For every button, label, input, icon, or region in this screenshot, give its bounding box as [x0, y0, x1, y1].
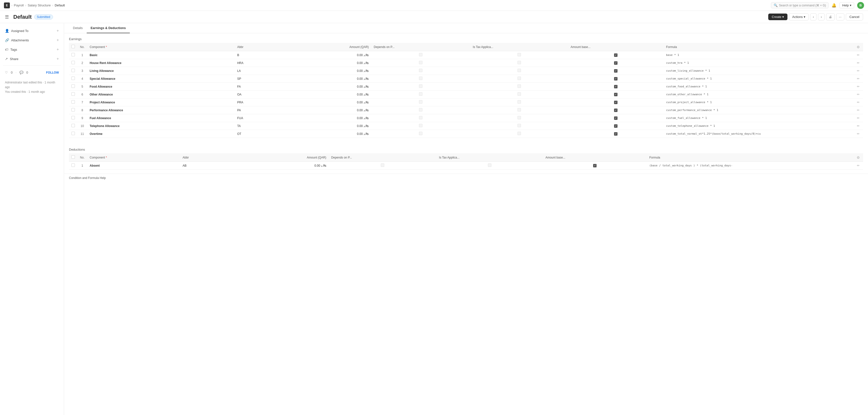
earnings-row-component-3: Special Allowance: [87, 75, 235, 83]
earnings-row-edit-8[interactable]: ✏: [853, 114, 863, 122]
deductions-abbr-header: Abbr: [180, 153, 227, 162]
like-icon[interactable]: ♡: [5, 71, 8, 74]
earnings-row-tax-5[interactable]: [470, 91, 568, 98]
print-button[interactable]: 🖨: [826, 13, 835, 21]
earnings-row-tax-8[interactable]: [470, 114, 568, 122]
earnings-row-amount-base-5[interactable]: [568, 91, 664, 98]
earnings-row-edit-0[interactable]: ✏: [853, 51, 863, 59]
earnings-row-edit-1[interactable]: ✏: [853, 59, 863, 67]
assigned-to-add-icon[interactable]: +: [57, 29, 59, 33]
earnings-row-amount-base-2[interactable]: [568, 67, 664, 75]
tab-earnings-deductions[interactable]: Earnings & Deductions: [87, 23, 130, 33]
earnings-row-amount-base-0[interactable]: [568, 51, 664, 59]
deductions-row-depends-0[interactable]: [329, 162, 437, 169]
earnings-row-tax-7[interactable]: [470, 106, 568, 114]
earnings-row-depends-3[interactable]: [371, 75, 470, 83]
earnings-row-checkbox-1[interactable]: [69, 59, 78, 67]
actions-button[interactable]: Actions ▾: [789, 13, 809, 21]
sidebar-item-tags[interactable]: 🏷 Tags +: [3, 46, 61, 53]
earnings-row-amount-base-9[interactable]: [568, 122, 664, 130]
search-icon: 🔍: [774, 3, 778, 7]
next-button[interactable]: ›: [818, 13, 825, 21]
earnings-row-amount-base-8[interactable]: [568, 114, 664, 122]
help-button[interactable]: Help ▾: [839, 2, 854, 8]
earnings-row-checkbox-2[interactable]: [69, 67, 78, 75]
earnings-row-edit-3[interactable]: ✏: [853, 75, 863, 83]
earnings-gear-header[interactable]: ⚙: [853, 43, 863, 51]
breadcrumb-current: Default: [55, 3, 65, 7]
earnings-row-edit-4[interactable]: ✏: [853, 83, 863, 91]
earnings-row-checkbox-9[interactable]: [69, 122, 78, 130]
earnings-row-amount-base-4[interactable]: [568, 83, 664, 91]
sidebar-toggle-icon[interactable]: ☰: [5, 14, 9, 20]
earnings-row-checkbox-4[interactable]: [69, 83, 78, 91]
prev-button[interactable]: ‹: [810, 13, 816, 21]
earnings-row-amount-base-1[interactable]: [568, 59, 664, 67]
earnings-row-amount-base-6[interactable]: [568, 98, 664, 106]
attachments-add-icon[interactable]: +: [57, 38, 59, 42]
breadcrumb-salary-structure[interactable]: Salary Structure: [28, 3, 51, 7]
earnings-row-tax-9[interactable]: [470, 122, 568, 130]
earnings-row-amount-base-3[interactable]: [568, 75, 664, 83]
earnings-row-depends-7[interactable]: [371, 106, 470, 114]
earnings-row-checkbox-10[interactable]: [69, 130, 78, 138]
notification-button[interactable]: 🔔: [832, 3, 836, 8]
earnings-row-depends-10[interactable]: [371, 130, 470, 138]
tags-add-icon[interactable]: +: [57, 47, 59, 52]
deductions-row-edit-0[interactable]: ✏: [853, 162, 863, 169]
earnings-row-tax-3[interactable]: [470, 75, 568, 83]
earnings-row-depends-6[interactable]: [371, 98, 470, 106]
earnings-row-component-8: Fuel Allowance: [87, 114, 235, 122]
earnings-row-checkbox-7[interactable]: [69, 106, 78, 114]
sidebar-divider: [3, 65, 61, 66]
sidebar-item-assigned-to[interactable]: 👤 Assigned To +: [3, 27, 61, 34]
earnings-row-checkbox-5[interactable]: [69, 91, 78, 98]
share-add-icon[interactable]: +: [57, 57, 59, 61]
condition-formula-help[interactable]: Condition and Formula Help: [64, 173, 868, 182]
follow-button[interactable]: FOLLOW: [46, 71, 59, 74]
earnings-row-edit-10[interactable]: ✏: [853, 130, 863, 138]
more-button[interactable]: ···: [836, 13, 844, 21]
tab-details[interactable]: Details: [69, 23, 87, 33]
earnings-row-edit-2[interactable]: ✏: [853, 67, 863, 75]
search-box[interactable]: 🔍 Search or type a command (⌘ + G): [771, 2, 829, 8]
earnings-row-edit-5[interactable]: ✏: [853, 91, 863, 98]
earnings-row-depends-4[interactable]: [371, 83, 470, 91]
earnings-row-depends-0[interactable]: [371, 51, 470, 59]
create-button[interactable]: Create ▾: [768, 13, 787, 20]
sidebar-item-share[interactable]: ↗ Share +: [3, 55, 61, 63]
earnings-row-amount-base-7[interactable]: [568, 106, 664, 114]
earnings-row-amount-base-10[interactable]: [568, 130, 664, 138]
earnings-row-checkbox-0[interactable]: [69, 51, 78, 59]
earnings-row-abbr-8: FUA: [235, 114, 278, 122]
deductions-row-checkbox-0[interactable]: [69, 162, 78, 169]
earnings-row-edit-9[interactable]: ✏: [853, 122, 863, 130]
breadcrumb-payroll[interactable]: Payroll: [14, 3, 24, 7]
search-placeholder: Search or type a command (⌘ + G): [779, 4, 826, 7]
earnings-row-depends-2[interactable]: [371, 67, 470, 75]
earnings-row-edit-7[interactable]: ✏: [853, 106, 863, 114]
deductions-row-tax-0[interactable]: [436, 162, 543, 169]
earnings-row-depends-9[interactable]: [371, 122, 470, 130]
breadcrumb: E › Payroll › Salary Structure › Default: [4, 2, 65, 8]
earnings-row-tax-4[interactable]: [470, 83, 568, 91]
earnings-row-depends-8[interactable]: [371, 114, 470, 122]
app-icon: E: [4, 2, 10, 8]
earnings-row-tax-10[interactable]: [470, 130, 568, 138]
earnings-row-checkbox-8[interactable]: [69, 114, 78, 122]
deductions-row-no-0: 1: [78, 162, 87, 169]
earnings-row-edit-6[interactable]: ✏: [853, 98, 863, 106]
earnings-row-checkbox-6[interactable]: [69, 98, 78, 106]
earnings-row-tax-1[interactable]: [470, 59, 568, 67]
sidebar-item-attachments[interactable]: 🔗 Attachments +: [3, 36, 61, 44]
deductions-row-amount-base-0[interactable]: [543, 162, 647, 169]
earnings-row-tax-2[interactable]: [470, 67, 568, 75]
deductions-gear-header[interactable]: ⚙: [853, 153, 863, 162]
earnings-row-tax-6[interactable]: [470, 98, 568, 106]
earnings-row-checkbox-3[interactable]: [69, 75, 78, 83]
earnings-row-depends-5[interactable]: [371, 91, 470, 98]
earnings-row-depends-1[interactable]: [371, 59, 470, 67]
comment-icon[interactable]: 💬: [20, 71, 23, 74]
cancel-button[interactable]: Cancel: [846, 13, 863, 21]
earnings-row-tax-0[interactable]: [470, 51, 568, 59]
